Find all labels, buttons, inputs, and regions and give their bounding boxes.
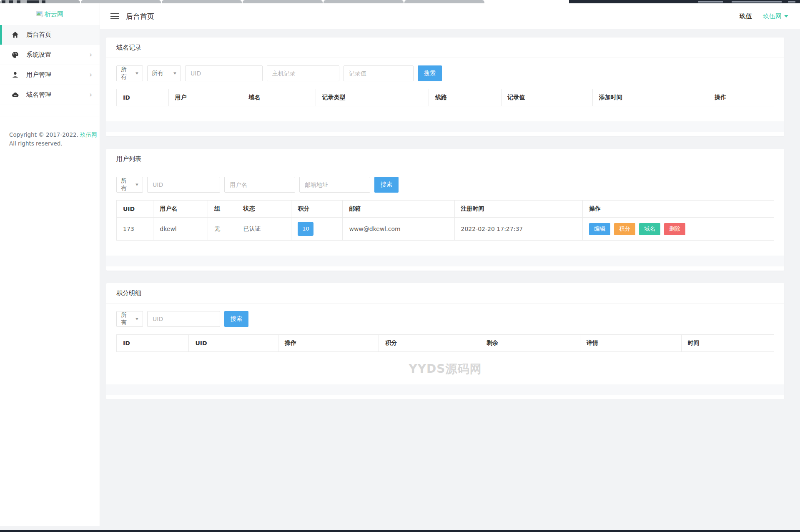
points-detail-card: 积分明细 所有 ▼ 搜索 xyxy=(106,283,784,399)
column-header: 用户 xyxy=(168,89,242,106)
user-list-table: UID 用户名 组 状态 积分 邮箱 注册时间 操作 xyxy=(106,200,784,241)
home-icon xyxy=(12,31,19,38)
top-header: 后台首页 玖伍 玖伍网 xyxy=(100,3,800,29)
column-header: 操作 xyxy=(278,335,379,352)
sidebar: 析云网 后台首页 系统设置 › xyxy=(0,3,100,526)
sidebar-item-label: 后台首页 xyxy=(26,31,51,39)
pagination-footer xyxy=(106,256,784,266)
palette-icon xyxy=(12,51,19,58)
user-username-input[interactable] xyxy=(224,177,295,193)
browser-tab[interactable] xyxy=(81,0,161,3)
sidebar-item-user-management[interactable]: 用户管理 › xyxy=(0,65,100,85)
sidebar-nav: 后台首页 系统设置 › 用户管理 › xyxy=(0,25,100,105)
watermark-text: YYDS源码网 xyxy=(106,352,784,377)
user-search-button[interactable]: 搜索 xyxy=(374,177,399,193)
header-username[interactable]: 玖伍 xyxy=(740,13,752,20)
browser-tab[interactable] xyxy=(404,0,484,3)
points-badge[interactable]: 10 xyxy=(298,222,313,236)
select-value: 所有 xyxy=(152,70,163,77)
select-caret-icon: ▼ xyxy=(135,72,138,75)
chevron-right-icon: › xyxy=(89,51,92,58)
column-header: UID xyxy=(117,201,153,218)
domain-button[interactable]: 域名 xyxy=(639,223,660,235)
column-header: 域名 xyxy=(242,89,316,106)
header-brand-dropdown[interactable]: 玖伍网 xyxy=(763,13,788,20)
column-header: 状态 xyxy=(237,201,291,218)
dark-window-fragment xyxy=(569,0,800,3)
user-uid-cell: 173 xyxy=(117,218,153,241)
select-value: 所有 xyxy=(121,177,131,192)
browser-tab[interactable] xyxy=(162,0,242,3)
window-text-fragment xyxy=(788,1,795,3)
table-header-row: ID 用户 域名 记录类型 线路 记录值 添加时间 操作 xyxy=(117,89,774,106)
points-uid-input[interactable] xyxy=(147,311,220,327)
window-text-fragment xyxy=(698,1,723,3)
points-filter-select[interactable]: 所有 ▼ xyxy=(116,311,143,327)
sidebar-item-system-settings[interactable]: 系统设置 › xyxy=(0,45,100,65)
favicon-icon xyxy=(9,0,13,3)
favicon-icon xyxy=(17,0,20,3)
column-header: 时间 xyxy=(681,335,774,352)
user-status-cell: 已认证 xyxy=(237,218,291,241)
domain-uid-input[interactable] xyxy=(185,65,263,81)
user-email-input[interactable] xyxy=(299,177,370,193)
cloud-icon xyxy=(12,91,19,98)
logo-text: 析云网 xyxy=(45,10,63,18)
user-regtime-cell: 2022-02-20 17:27:37 xyxy=(454,218,583,241)
column-header: 积分 xyxy=(379,335,480,352)
favicon-icon xyxy=(27,0,39,3)
user-uid-input[interactable] xyxy=(147,177,220,193)
chevron-right-icon: › xyxy=(89,71,92,78)
copyright-brand-link[interactable]: 玖伍网 xyxy=(80,131,97,138)
column-header: ID xyxy=(117,335,189,352)
column-header: 剩余 xyxy=(480,335,580,352)
browser-tab[interactable] xyxy=(0,0,80,3)
caret-down-icon xyxy=(784,15,788,18)
browser-tab[interactable] xyxy=(243,0,323,3)
user-group-cell: 无 xyxy=(208,218,237,241)
copyright-line2: All rights reserved. xyxy=(9,139,100,148)
user-icon xyxy=(12,71,19,78)
favicon-icon xyxy=(42,0,45,3)
logo[interactable]: 析云网 xyxy=(0,3,100,25)
domain-search-button[interactable]: 搜索 xyxy=(418,65,442,81)
sidebar-item-label: 用户管理 xyxy=(26,71,51,79)
window-text-fragment xyxy=(732,1,782,3)
sidebar-item-domain-management[interactable]: 域名管理 › xyxy=(0,85,100,105)
browser-chrome-strip xyxy=(0,0,800,3)
sidebar-item-dashboard[interactable]: 后台首页 xyxy=(0,25,100,45)
hamburger-menu-icon[interactable] xyxy=(110,13,119,19)
column-header: 邮箱 xyxy=(343,201,454,218)
browser-tabs-fragment xyxy=(0,0,484,3)
domain-filter-select-2[interactable]: 所有 ▼ xyxy=(147,65,181,81)
points-button[interactable]: 积分 xyxy=(614,223,635,235)
user-filter-select[interactable]: 所有 ▼ xyxy=(116,177,143,193)
points-search-button[interactable]: 搜索 xyxy=(224,311,248,327)
column-header: 详情 xyxy=(580,335,681,352)
column-header: 用户名 xyxy=(153,201,208,218)
domain-value-input[interactable] xyxy=(344,65,414,81)
card-title: 用户列表 xyxy=(106,149,784,169)
user-email-cell: www@dkewl.com xyxy=(343,218,454,241)
edit-button[interactable]: 编辑 xyxy=(589,223,610,235)
delete-button[interactable]: 删除 xyxy=(664,223,685,235)
column-header: ID xyxy=(117,89,169,106)
user-table-row: 173 dkewl 无 已认证 10 www@dkewl.com 2022-02… xyxy=(117,218,774,241)
card-title: 域名记录 xyxy=(106,38,784,58)
column-header: 组 xyxy=(208,201,237,218)
column-header: 线路 xyxy=(429,89,501,106)
column-header: 添加时间 xyxy=(592,89,708,106)
user-list-filter-bar: 所有 ▼ 搜索 xyxy=(106,169,784,200)
chevron-right-icon: › xyxy=(89,91,92,98)
column-header: 积分 xyxy=(291,201,343,218)
browser-tab[interactable] xyxy=(324,0,404,3)
sidebar-item-label: 域名管理 xyxy=(26,91,51,99)
select-value: 所有 xyxy=(121,66,131,81)
card-title: 积分明细 xyxy=(106,283,784,304)
select-caret-icon: ▼ xyxy=(173,72,176,75)
column-header: 记录类型 xyxy=(316,89,429,106)
domain-filter-select-1[interactable]: 所有 ▼ xyxy=(116,65,143,81)
column-header: UID xyxy=(189,335,278,352)
page-title: 后台首页 xyxy=(126,12,154,21)
domain-host-input[interactable] xyxy=(267,65,339,81)
